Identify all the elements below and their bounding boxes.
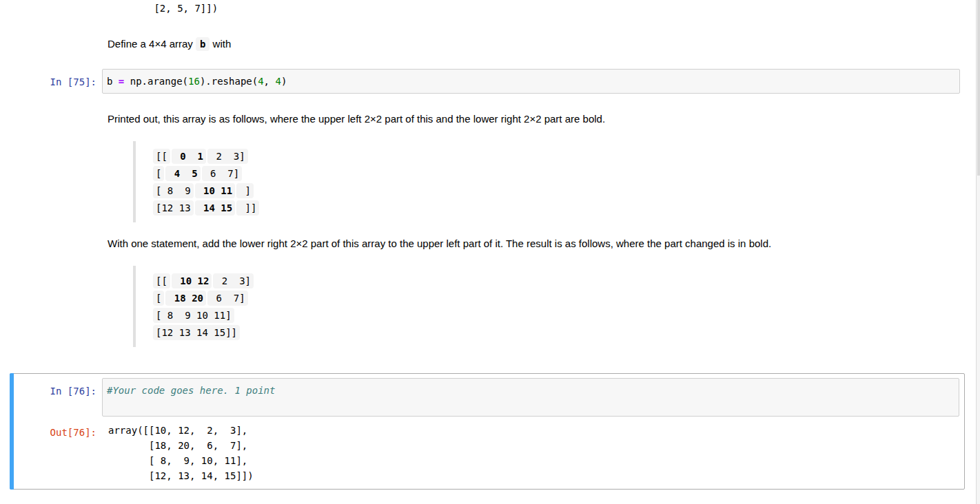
markdown-content: Printed out, this array is as follows, w… xyxy=(102,113,960,222)
code-cell-75[interactable]: In [75]: b = np.arange(16).reshape(4, 4) xyxy=(0,69,960,94)
code-input-76[interactable]: #Your code goes here. 1 point xyxy=(102,378,959,417)
cell-76-input-row: In [76]: #Your code goes here. 1 point xyxy=(10,378,959,417)
code-editor-76[interactable]: #Your code goes here. 1 point xyxy=(107,384,955,411)
markdown-content: With one statement, add the lower right … xyxy=(102,238,960,347)
selected-cell-indicator xyxy=(10,373,14,490)
cell-76-output-content: array([[10, 12, 2, 3], [18, 20, 6, 7], [… xyxy=(102,423,959,483)
cell-75-content: b = np.arange(16).reshape(4, 4) xyxy=(102,69,960,94)
code-input-75[interactable]: b = np.arange(16).reshape(4, 4) xyxy=(102,69,960,94)
define-array-text: Define a 4×4 array b with xyxy=(108,36,955,52)
markdown-cell-define: Define a 4×4 array b with xyxy=(0,36,960,52)
code-cell-76[interactable]: In [76]: #Your code goes here. 1 point O… xyxy=(10,373,965,490)
array-line: [ 8 9 10 11 ] xyxy=(153,182,955,199)
input-prompt-76: In [76]: xyxy=(10,378,102,398)
array-line: [ 8 9 10 11] xyxy=(153,306,955,324)
scrollbar-track[interactable] xyxy=(976,0,980,504)
markdown-cell-with-statement: With one statement, add the lower right … xyxy=(0,238,960,347)
previous-cell-output-text: [2, 5, 7]]) xyxy=(108,0,980,16)
input-prompt-75: In [75]: xyxy=(0,69,102,89)
array-line: [ 4 5 6 7] xyxy=(153,165,955,182)
array-line: [12 13 14 15]] xyxy=(153,324,955,341)
array-line: [[ 10 12 2 3] xyxy=(153,272,955,289)
markdown-cell-printed: Printed out, this array is as follows, w… xyxy=(0,113,960,222)
code-editor-75[interactable]: b = np.arange(16).reshape(4, 4) xyxy=(107,74,955,88)
printed-out-text: Printed out, this array is as follows, w… xyxy=(108,113,955,125)
output-prompt-76: Out[76]: xyxy=(10,423,102,440)
array-line: [12 13 14 15 ]] xyxy=(153,199,955,216)
cell-76-output-row: Out[76]: array([[10, 12, 2, 3], [18, 20,… xyxy=(10,423,959,483)
array-blockquote-2: [[ 10 12 2 3] [ 18 20 6 7] [ 8 9 10 11] … xyxy=(133,266,955,347)
array-blockquote-1: [[ 0 1 2 3] [ 4 5 6 7] [ 8 9 10 11 ] [12… xyxy=(133,141,955,222)
scrollbar-thumb[interactable] xyxy=(977,0,980,176)
output-array-text: array([[10, 12, 2, 3], [18, 20, 6, 7], [… xyxy=(102,423,959,483)
cell-76-content: #Your code goes here. 1 point xyxy=(102,378,959,417)
array-line: [[ 0 1 2 3] xyxy=(153,147,955,165)
markdown-content: Define a 4×4 array b with xyxy=(102,36,960,52)
with-one-statement-text: With one statement, add the lower right … xyxy=(108,238,955,250)
array-line: [ 18 20 6 7] xyxy=(153,289,955,306)
notebook: [2, 5, 7]]) Define a 4×4 array b with In… xyxy=(0,0,980,504)
